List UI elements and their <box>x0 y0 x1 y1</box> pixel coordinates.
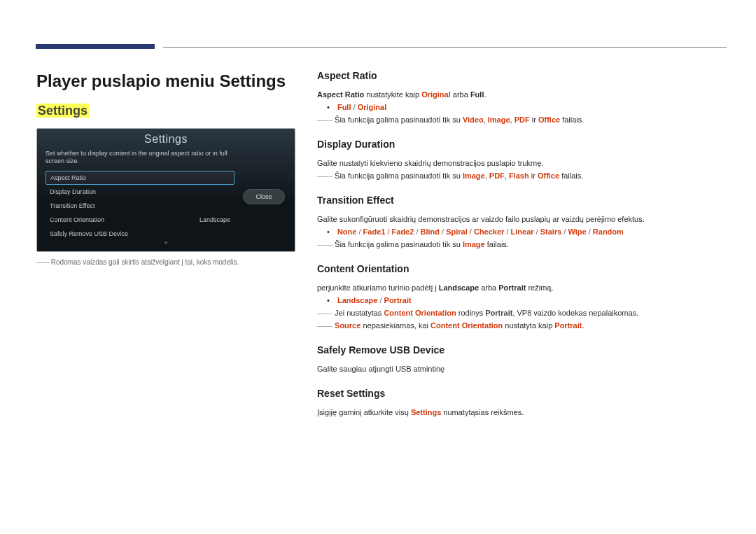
section-transition-effect: Transition Effect Galite sukonfigūruoti … <box>317 195 727 251</box>
heading-safely-remove: Safely Remove USB Device <box>317 344 727 356</box>
section-reset-settings: Reset Settings Įsigiję gaminį atkurkite … <box>317 388 727 419</box>
menu-list: Aspect Ratio Display Duration Transition… <box>46 171 234 241</box>
section-aspect-ratio: Aspect Ratio Aspect Ratio nustatykite ka… <box>317 70 727 126</box>
heading-aspect-ratio: Aspect Ratio <box>317 70 727 81</box>
heading-reset-settings: Reset Settings <box>317 388 727 399</box>
heading-content-orientation: Content Orientation <box>317 263 727 274</box>
model-note: ―― Rodomas vaizdas gali skirtis atsižvel… <box>36 258 239 266</box>
section-safely-remove: Safely Remove USB Device Galite saugiau … <box>317 344 727 375</box>
section-content-orientation: Content Orientation perjunkite atkuriamo… <box>317 263 727 332</box>
menu-item-transition-effect[interactable]: Transition Effect <box>46 199 234 213</box>
window-title: Settings <box>37 133 295 146</box>
close-button[interactable]: Close <box>243 189 285 204</box>
content-column: Aspect Ratio Aspect Ratio nustatykite ka… <box>317 70 727 431</box>
heading-display-duration: Display Duration <box>317 139 727 150</box>
page-title: Player puslapio meniu Settings <box>36 71 286 91</box>
settings-highlight: Settings <box>36 104 89 118</box>
window-description: Set whether to display content in the or… <box>46 150 295 165</box>
heading-transition-effect: Transition Effect <box>317 195 727 206</box>
settings-screenshot: Settings Set whether to display content … <box>36 128 295 252</box>
header-rule <box>163 47 727 48</box>
menu-item-display-duration[interactable]: Display Duration <box>46 185 234 199</box>
section-display-duration: Display Duration Galite nustatyti kiekvi… <box>317 139 727 182</box>
menu-item-aspect-ratio[interactable]: Aspect Ratio <box>46 171 234 185</box>
header-accent-bar <box>36 44 155 49</box>
menu-item-content-orientation[interactable]: Content Orientation Landscape <box>46 213 234 227</box>
chevron-down-icon[interactable]: ⌄ <box>37 236 295 246</box>
menu-item-value: Landscape <box>200 216 234 223</box>
